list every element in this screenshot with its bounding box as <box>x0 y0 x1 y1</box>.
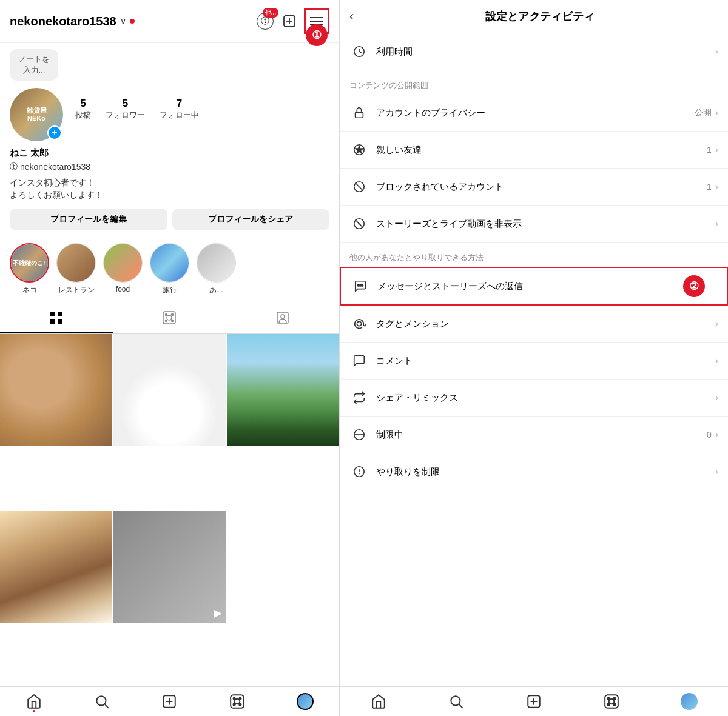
highlight-img-food <box>104 244 142 282</box>
left-nav-search[interactable] <box>68 693 136 710</box>
svg-line-47 <box>459 704 463 708</box>
svg-rect-30 <box>356 112 363 118</box>
svg-point-40 <box>357 321 361 326</box>
highlight-label-more: あ... <box>209 285 223 295</box>
settings-usage-time[interactable]: 利用時間 › <box>340 33 728 70</box>
posts-stat: 5 投稿 <box>75 98 91 121</box>
chevron-icon-7: › <box>715 318 718 329</box>
svg-point-56 <box>613 703 615 705</box>
settings-close-friends[interactable]: 親しい友達 1 › <box>340 132 728 169</box>
limit-icon <box>349 462 369 481</box>
reels-icon-right <box>604 694 619 709</box>
highlight-more[interactable]: あ... <box>197 243 236 295</box>
left-header: nekonekotaro1538 ∨ ⓣ 他... <box>0 0 339 43</box>
clock-icon <box>349 42 369 61</box>
left-bottom-nav <box>0 686 339 716</box>
photo-cell-3[interactable] <box>227 334 339 446</box>
new-post-button[interactable] <box>280 12 299 31</box>
right-nav-reels[interactable] <box>573 693 650 710</box>
photo-cell-1[interactable] <box>0 334 112 446</box>
highlight-label-food: food <box>116 285 130 293</box>
chevron-down-icon: ∨ <box>120 16 126 26</box>
plus-square-icon <box>282 14 297 28</box>
svg-marker-32 <box>356 146 363 153</box>
stats-row: 5 投稿 5 フォロワー 7 フォロー中 <box>75 88 199 121</box>
svg-point-26 <box>240 698 241 700</box>
svg-point-13 <box>172 314 174 316</box>
chevron-icon-3: › <box>715 144 718 155</box>
settings-list: 利用時間 › コンテンツの公開範囲 アカウントのプライバシー 公開 › <box>340 33 728 686</box>
add-story-button[interactable]: + <box>47 125 62 140</box>
chevron-icon-9: › <box>715 392 718 403</box>
settings-limit-interactions[interactable]: やり取りを制限 › <box>340 453 728 490</box>
share-profile-button[interactable]: プロフィールをシェア <box>172 209 330 230</box>
svg-rect-10 <box>163 312 175 324</box>
right-nav-new[interactable] <box>495 693 573 710</box>
chevron-icon-10: › <box>715 429 718 440</box>
left-nav-home[interactable] <box>0 693 68 710</box>
grid-icon <box>49 310 64 325</box>
account-privacy-value: 公開 <box>695 107 712 118</box>
photo-cell-2[interactable] <box>113 334 226 446</box>
share-remix-label: シェア・リミックス <box>376 392 715 404</box>
threads-handle-text: nekonekotaro1538 <box>20 162 90 172</box>
svg-point-14 <box>166 320 167 322</box>
highlight-circle-travel <box>150 243 189 283</box>
back-button[interactable]: ‹ <box>349 8 354 24</box>
settings-restrict[interactable]: 制限中 0 › <box>340 417 728 453</box>
followers-count: 5 <box>123 98 128 110</box>
chevron-icon-11: › <box>715 466 718 477</box>
settings-hide-stories[interactable]: ストーリーズとライブ動画を非表示 › <box>340 206 728 243</box>
left-nav-reels[interactable] <box>203 693 271 710</box>
chevron-icon-5: › <box>715 218 718 229</box>
blocked-accounts-label: ブロックされているアカウント <box>376 181 707 193</box>
star-icon <box>349 140 369 159</box>
profile-buttons: プロフィールを編集 プロフィールをシェア <box>0 207 339 238</box>
photo-coffee <box>0 511 112 623</box>
annotation-circle-2: ② <box>683 275 705 297</box>
highlight-neko[interactable]: 不確確のこ↑ ネコ <box>10 243 49 295</box>
photo-cell-5[interactable]: ▶ <box>113 511 226 623</box>
following-stat[interactable]: 7 フォロー中 <box>160 98 199 121</box>
svg-point-52 <box>609 699 615 704</box>
settings-share-remix[interactable]: シェア・リミックス › <box>340 380 728 417</box>
highlight-circle-neko: 不確確のこ↑ <box>10 243 49 283</box>
followers-stat[interactable]: 5 フォロワー <box>106 98 145 121</box>
highlights-section: 不確確のこ↑ ネコ レストラン food 旅行 あ... <box>0 238 339 303</box>
right-nav-home[interactable] <box>340 693 417 710</box>
right-nav-profile[interactable] <box>650 693 728 710</box>
photo-cat <box>0 334 112 446</box>
tab-reels[interactable] <box>113 303 226 333</box>
settings-account-privacy[interactable]: アカウントのプライバシー 公開 › <box>340 95 728 132</box>
block-icon <box>349 177 369 196</box>
settings-title: 設定とアクティビティ <box>361 9 718 24</box>
photo-cell-4[interactable] <box>0 511 112 623</box>
tab-tagged[interactable] <box>226 303 339 333</box>
left-nav-new[interactable] <box>136 693 204 710</box>
bio-line2: よろしくお願いします！ <box>10 190 103 199</box>
highlight-food[interactable]: food <box>103 243 143 295</box>
threads-handle-row: ⓣ nekonekotaro1538 <box>10 159 329 175</box>
note-area: ノートを入力... <box>0 43 339 84</box>
highlight-restaurant[interactable]: レストラン <box>56 243 96 295</box>
highlight-img-neko: 不確確のこ↑ <box>11 244 48 281</box>
settings-tags-mentions[interactable]: タグとメンション › <box>340 306 728 343</box>
settings-messages-stories[interactable]: メッセージとストーリーズへの返信 › ② <box>340 267 728 306</box>
close-friends-label: 親しい友達 <box>376 144 707 156</box>
settings-blocked-accounts[interactable]: ブロックされているアカウント 1 › <box>340 169 728 206</box>
svg-line-34 <box>355 182 363 190</box>
highlight-travel[interactable]: 旅行 <box>150 243 189 295</box>
section-header-interaction: 他の人があなたとやり取りできる方法 <box>340 243 728 267</box>
highlight-circle-restaurant <box>56 243 96 283</box>
edit-profile-button[interactable]: プロフィールを編集 <box>10 209 167 230</box>
section-header-content: コンテンツの公開範囲 <box>340 70 728 95</box>
right-nav-search[interactable] <box>417 693 495 710</box>
note-bubble[interactable]: ノートを入力... <box>10 49 58 81</box>
svg-point-55 <box>608 703 610 705</box>
svg-rect-51 <box>605 695 618 708</box>
tab-grid[interactable] <box>0 303 113 333</box>
right-bottom-nav <box>340 686 728 716</box>
settings-comments[interactable]: コメント › <box>340 343 728 380</box>
online-dot <box>130 19 135 24</box>
left-nav-profile[interactable] <box>271 693 339 710</box>
